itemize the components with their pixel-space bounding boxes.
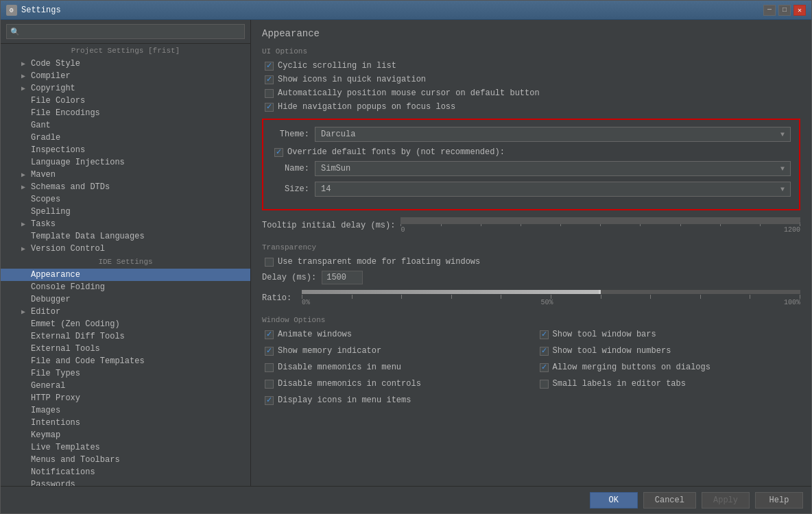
search-input[interactable] xyxy=(6,24,245,39)
item-label: Appearance xyxy=(31,270,80,280)
show-tool-numbers-checkbox[interactable] xyxy=(540,347,549,356)
sidebar-item-emmet[interactable]: Emmet (Zen Coding) xyxy=(1,318,250,330)
transparent-label: Use transparent mode for floating window… xyxy=(278,257,480,267)
name-dropdown-arrow: ▼ xyxy=(780,165,785,173)
sidebar-item-debugger[interactable]: Debugger xyxy=(1,293,250,306)
sidebar-item-inspections[interactable]: Inspections xyxy=(1,144,250,156)
sidebar-item-intentions[interactable]: Intentions xyxy=(1,417,250,429)
checkbox-row-allow-merging: Allow merging buttons on dialogs xyxy=(537,363,801,372)
sidebar-item-http-proxy[interactable]: HTTP Proxy xyxy=(1,392,250,404)
bottom-bar: OK Cancel Apply Help xyxy=(1,486,811,513)
sidebar-item-console-folding[interactable]: Console Folding xyxy=(1,281,250,293)
override-fonts-checkbox[interactable] xyxy=(274,148,283,157)
allow-merging-checkbox[interactable] xyxy=(540,363,549,372)
sidebar-item-gradle[interactable]: Gradle xyxy=(1,132,250,144)
transparent-checkbox[interactable] xyxy=(265,258,274,267)
sidebar-item-live-templates[interactable]: Live Templates xyxy=(1,441,250,454)
sidebar-item-menus-toolbars[interactable]: Menus and Toolbars xyxy=(1,454,250,466)
ratio-50-label: 50% xyxy=(540,299,553,306)
auto-position-label: Automatically position mouse cursor on d… xyxy=(278,88,540,98)
ratio-row: Ratio: xyxy=(262,290,800,306)
arrow-icon: ▶ xyxy=(21,171,28,179)
cancel-button[interactable]: Cancel xyxy=(643,492,696,509)
window-options-section: Window Options Animate windows Show tool… xyxy=(262,316,800,409)
show-icons-checkbox[interactable] xyxy=(265,75,274,84)
help-button[interactable]: Help xyxy=(755,492,803,509)
theme-dropdown[interactable]: Darcula ▼ xyxy=(315,127,791,142)
window-title: Settings xyxy=(21,5,763,15)
show-memory-checkbox[interactable] xyxy=(265,347,274,356)
item-label: File Types xyxy=(31,369,80,378)
sidebar-item-file-code-templates[interactable]: File and Code Templates xyxy=(1,355,250,367)
sidebar-item-compiler[interactable]: ▶ Compiler xyxy=(1,70,250,82)
name-dropdown[interactable]: SimSun ▼ xyxy=(315,161,791,176)
item-label: Template Data Languages xyxy=(31,232,145,241)
sidebar-item-external-tools[interactable]: External Tools xyxy=(1,343,250,355)
theme-dropdown-arrow: ▼ xyxy=(780,131,785,138)
ratio-100-label: 100% xyxy=(784,299,800,306)
disable-mnemonics-controls-checkbox[interactable] xyxy=(265,380,274,389)
sidebar-item-template-data[interactable]: Template Data Languages xyxy=(1,230,250,243)
size-value: 14 xyxy=(321,184,331,194)
item-label: Keymap xyxy=(31,430,60,440)
ide-settings-header: IDE Settings xyxy=(1,255,250,269)
sidebar-item-maven[interactable]: ▶ Maven xyxy=(1,169,250,181)
checkbox-row-override-fonts: Override default fonts by (not recommend… xyxy=(272,147,791,157)
window-options-grid: Animate windows Show tool window bars Sh… xyxy=(262,330,800,409)
size-dropdown-arrow: ▼ xyxy=(780,186,785,193)
sidebar-item-tasks[interactable]: ▶ Tasks xyxy=(1,218,250,230)
auto-position-checkbox[interactable] xyxy=(265,89,274,98)
show-tool-bars-label: Show tool window bars xyxy=(553,330,656,339)
title-bar: ⚙ Settings ─ □ ✕ xyxy=(1,1,811,20)
sidebar-item-copyright[interactable]: ▶ Copyright xyxy=(1,82,250,95)
sidebar-item-scopes[interactable]: Scopes xyxy=(1,193,250,206)
animate-windows-checkbox[interactable] xyxy=(265,330,274,339)
cyclic-scroll-label: Cyclic scrolling in list xyxy=(278,61,396,71)
ratio-slider-wrapper: 0% 50% 100% xyxy=(302,290,800,306)
arrow-icon: ▶ xyxy=(21,245,28,253)
display-icons-checkbox[interactable] xyxy=(265,396,274,405)
display-icons-label: Display icons in menu items xyxy=(278,395,411,405)
search-wrapper: 🔍 xyxy=(6,24,245,39)
sidebar-item-file-encodings[interactable]: File Encodings xyxy=(1,107,250,119)
sidebar-item-external-diff-tools[interactable]: External Diff Tools xyxy=(1,330,250,343)
sidebar-item-images[interactable]: Images xyxy=(1,404,250,417)
sidebar-item-code-style[interactable]: ▶ Code Style xyxy=(1,58,250,70)
sidebar-item-spelling[interactable]: Spelling xyxy=(1,206,250,218)
show-tool-bars-checkbox[interactable] xyxy=(540,330,549,339)
close-button[interactable]: ✕ xyxy=(793,5,806,16)
item-label: Menus and Toolbars xyxy=(31,455,120,465)
delay-input[interactable] xyxy=(322,271,363,284)
minimize-button[interactable]: ─ xyxy=(763,5,776,16)
item-label: General xyxy=(31,381,65,391)
item-label: Passwords xyxy=(31,480,75,486)
apply-button[interactable]: Apply xyxy=(702,492,750,509)
sidebar-item-editor[interactable]: ▶ Editor xyxy=(1,306,250,318)
sidebar-item-notifications[interactable]: Notifications xyxy=(1,466,250,478)
sidebar-item-language-injections[interactable]: Language Injections xyxy=(1,156,250,169)
item-label: Editor xyxy=(31,307,60,317)
size-dropdown[interactable]: 14 ▼ xyxy=(315,182,791,197)
maximize-button[interactable]: □ xyxy=(778,5,791,16)
sidebar-item-gant[interactable]: Gant xyxy=(1,119,250,132)
sidebar-item-keymap[interactable]: Keymap xyxy=(1,429,250,441)
right-panel: Appearance UI Options Cyclic scrolling i… xyxy=(251,20,811,486)
window-controls: ─ □ ✕ xyxy=(763,5,806,16)
sidebar-item-version-control[interactable]: ▶ Version Control xyxy=(1,243,250,255)
sidebar-item-schemas[interactable]: ▶ Schemas and DTDs xyxy=(1,181,250,193)
item-label: Images xyxy=(31,406,60,415)
checkbox-row-show-memory: Show memory indicator xyxy=(262,346,526,356)
disable-mnemonics-menu-checkbox[interactable] xyxy=(265,363,274,372)
cyclic-scroll-checkbox[interactable] xyxy=(265,62,274,71)
theme-value: Darcula xyxy=(321,130,355,139)
sidebar-item-file-colors[interactable]: File Colors xyxy=(1,95,250,107)
item-label: Emmet (Zen Coding) xyxy=(31,319,120,329)
sidebar-item-general[interactable]: General xyxy=(1,380,250,392)
sidebar-item-passwords[interactable]: Passwords xyxy=(1,478,250,486)
hide-nav-checkbox[interactable] xyxy=(265,103,274,112)
small-labels-checkbox[interactable] xyxy=(540,380,549,389)
ok-button[interactable]: OK xyxy=(590,492,638,509)
sidebar-item-appearance[interactable]: Appearance xyxy=(1,269,250,281)
sidebar-item-file-types[interactable]: File Types xyxy=(1,367,250,380)
checkbox-row-disable-mnemonics-menu: Disable mnemonics in menu xyxy=(262,363,526,372)
